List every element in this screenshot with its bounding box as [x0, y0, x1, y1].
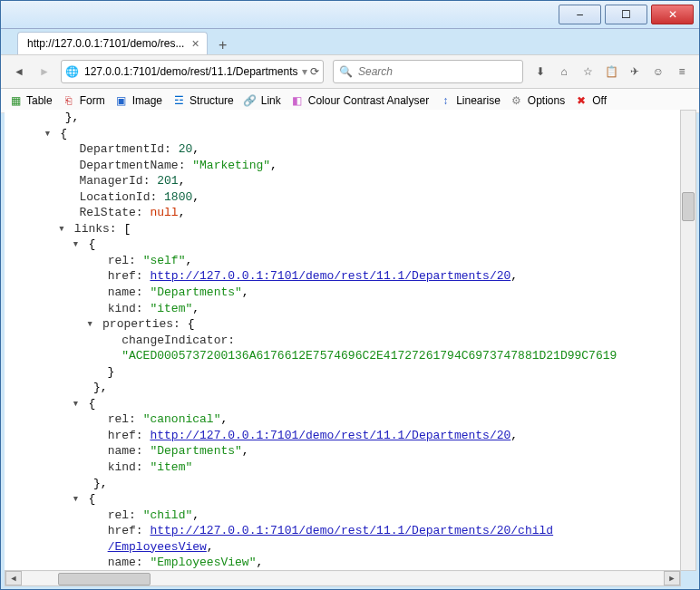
- json-key: DepartmentName:: [79, 159, 192, 172]
- vertical-scrollbar[interactable]: [680, 110, 696, 571]
- json-line: rel: "self",: [23, 253, 688, 269]
- tab-close-icon[interactable]: ×: [191, 36, 199, 51]
- json-line: ▾ {: [23, 126, 688, 142]
- tool-label: Form: [80, 94, 105, 107]
- tool-form[interactable]: ⎗Form: [62, 93, 105, 108]
- image-icon: ▣: [114, 93, 129, 108]
- maximize-icon: ☐: [621, 8, 631, 21]
- json-toggle[interactable]: ▾: [73, 491, 82, 508]
- json-line: href: http://127.0.0.1:7101/demo/rest/11…: [23, 268, 688, 285]
- reload-icon[interactable]: ⟳: [310, 65, 319, 78]
- json-line: LocationId: 1800,: [23, 189, 688, 206]
- json-toggle[interactable]: ▾: [58, 221, 67, 237]
- search-input[interactable]: [356, 64, 517, 79]
- off-icon: ✖: [574, 93, 588, 108]
- json-link[interactable]: http://127.0.0.1:7101/demo/rest/11.1/Dep…: [150, 524, 553, 537]
- json-line: ▾ properties: {: [23, 316, 688, 333]
- json-key: href:: [108, 524, 151, 537]
- json-line: kind: "item",: [23, 301, 688, 317]
- horizontal-scroll-track[interactable]: [22, 572, 664, 585]
- table-icon: ▦: [8, 93, 23, 108]
- json-key: RelState:: [79, 206, 150, 219]
- window-minimize-button[interactable]: –: [559, 5, 601, 24]
- tool-linearise[interactable]: ↕Linearise: [438, 93, 501, 108]
- tool-options[interactable]: ⚙Options: [510, 93, 565, 108]
- json-link[interactable]: http://127.0.0.1:7101/demo/rest/11.1/Dep…: [150, 429, 510, 442]
- menu-button[interactable]: ≡: [670, 59, 694, 84]
- tool-off[interactable]: ✖Off: [574, 93, 607, 108]
- json-link[interactable]: http://127.0.0.1:7101/demo/rest/11.1/Dep…: [150, 269, 510, 283]
- vertical-scroll-thumb[interactable]: [682, 192, 695, 221]
- scroll-left-button[interactable]: ◄: [5, 571, 22, 585]
- json-toggle[interactable]: ▾: [44, 126, 53, 142]
- json-value: "Departments": [150, 285, 241, 299]
- back-button[interactable]: ◄: [6, 59, 32, 84]
- downloads-button[interactable]: ⬇: [529, 59, 552, 84]
- search-box[interactable]: 🔍: [333, 60, 523, 83]
- json-line: name: "Departments",: [23, 443, 688, 459]
- tool-link[interactable]: 🔗Link: [243, 93, 281, 108]
- tool-label: Image: [132, 94, 162, 107]
- horizontal-scrollbar[interactable]: ◄ ►: [5, 570, 681, 586]
- tool-cca[interactable]: ◧Colour Contrast Analyser: [290, 93, 429, 108]
- json-value: "Marketing": [192, 159, 270, 172]
- star-icon: ☆: [583, 65, 593, 78]
- json-key: rel:: [108, 412, 143, 426]
- horizontal-scroll-thumb[interactable]: [58, 573, 151, 585]
- tool-image[interactable]: ▣Image: [114, 93, 162, 108]
- json-key: rel:: [108, 508, 143, 522]
- json-toggle[interactable]: ▾: [73, 237, 82, 253]
- globe-icon: 🌐: [65, 65, 79, 78]
- home-icon: ⌂: [560, 65, 567, 78]
- json-line: changeIndicator:: [23, 333, 688, 349]
- url-input[interactable]: [83, 64, 299, 79]
- tabstrip: http://127.0.0.1:7101/demo/res... × +: [1, 29, 699, 54]
- new-tab-button[interactable]: +: [213, 36, 233, 54]
- json-key: LocationId:: [79, 190, 164, 204]
- tool-structure[interactable]: ☲Structure: [171, 93, 234, 108]
- library-button[interactable]: 📋: [599, 59, 623, 84]
- forward-button[interactable]: ►: [32, 59, 57, 84]
- window-maximize-button[interactable]: ☐: [605, 5, 647, 24]
- dropdown-icon[interactable]: ▾: [302, 65, 307, 78]
- window-close-button[interactable]: ✕: [651, 5, 694, 24]
- json-line: rel: "canonical",: [23, 411, 688, 428]
- json-content[interactable]: }, ▾ { DepartmentId: 20, DepartmentName:…: [5, 110, 695, 571]
- navbar: ◄ ► 🌐 ▾ ⟳ 🔍 ⬇ ⌂ ☆ 📋 ✈ ☺ ≡: [1, 54, 699, 89]
- json-value: "self": [143, 254, 186, 267]
- back-icon: ◄: [14, 65, 24, 78]
- json-link[interactable]: /EmployeesView: [108, 540, 207, 554]
- json-toggle[interactable]: ▾: [86, 316, 95, 333]
- json-line: }: [23, 364, 688, 381]
- json-line: /EmployeesView,: [23, 539, 688, 556]
- chat-button[interactable]: ☺: [647, 59, 670, 84]
- json-key: links:: [74, 222, 124, 236]
- minimize-icon: –: [577, 8, 583, 21]
- scroll-right-button[interactable]: ►: [664, 571, 680, 585]
- json-line: ManagerId: 201,: [23, 173, 688, 189]
- tool-label: Linearise: [456, 94, 501, 107]
- json-key: properties:: [102, 317, 188, 331]
- json-line: name: "EmployeesView",: [23, 555, 688, 571]
- contrast-icon: ◧: [290, 93, 305, 108]
- json-line: href: http://127.0.0.1:7101/demo/rest/11…: [23, 428, 688, 444]
- linearise-icon: ↕: [438, 93, 452, 108]
- menu-icon: ≡: [678, 65, 685, 78]
- json-value: 20: [179, 142, 193, 156]
- json-value: 1800: [164, 190, 192, 204]
- browser-tab[interactable]: http://127.0.0.1:7101/demo/res... ×: [17, 32, 208, 54]
- json-value: "Departments": [150, 444, 241, 458]
- send-button[interactable]: ✈: [623, 59, 647, 84]
- url-box[interactable]: 🌐 ▾ ⟳: [61, 60, 324, 83]
- json-key: DepartmentId:: [79, 142, 178, 156]
- bookmark-button[interactable]: ☆: [576, 59, 599, 84]
- json-line: },: [23, 476, 688, 492]
- download-icon: ⬇: [536, 65, 545, 78]
- json-value: "canonical": [143, 412, 221, 426]
- chat-icon: ☺: [653, 65, 664, 78]
- home-button[interactable]: ⌂: [552, 59, 576, 84]
- json-key: href:: [108, 429, 151, 442]
- json-line: rel: "child",: [23, 508, 688, 524]
- tool-table[interactable]: ▦Table: [8, 93, 53, 108]
- json-toggle[interactable]: ▾: [73, 396, 82, 412]
